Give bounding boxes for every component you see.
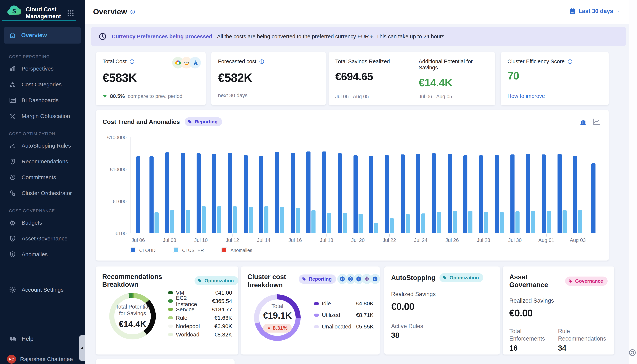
bar-cluster[interactable] — [154, 212, 158, 233]
chart-bar-group[interactable] — [460, 137, 476, 233]
bar-cloud[interactable] — [338, 153, 342, 233]
bar-cloud[interactable] — [400, 154, 405, 233]
chart-bar-group[interactable] — [209, 137, 224, 233]
sidebar-item-perspectives[interactable]: Perspectives — [0, 61, 85, 76]
bar-cloud[interactable] — [558, 154, 562, 233]
sidebar-item-cluster-orchestrator[interactable]: Cluster Orchestrator — [0, 185, 85, 201]
module-grid-icon[interactable] — [66, 9, 75, 18]
bar-cluster[interactable] — [249, 207, 253, 233]
sidebar-item-recommendations[interactable]: Recommendations — [0, 154, 85, 169]
bar-cluster[interactable] — [578, 210, 582, 233]
legend-row-rule[interactable]: Rule€1.63K — [168, 314, 232, 322]
sidebar-item-account-settings[interactable]: Account Settings — [0, 282, 85, 298]
bar-cloud[interactable] — [306, 152, 310, 233]
bar-cloud[interactable] — [354, 155, 358, 233]
bar-cluster[interactable] — [233, 206, 237, 233]
bar-cloud[interactable] — [526, 154, 530, 233]
chart-bar-group[interactable] — [319, 137, 334, 233]
cost-trend-bar-chart[interactable] — [130, 137, 601, 233]
bar-cloud[interactable] — [432, 153, 436, 233]
how-to-improve-link[interactable]: How to improve — [508, 93, 545, 99]
bar-cluster[interactable] — [390, 218, 394, 233]
bar-cloud[interactable] — [212, 154, 216, 233]
bar-cloud[interactable] — [322, 152, 326, 233]
bar-cloud[interactable] — [165, 152, 169, 233]
sidebar-item-overview[interactable]: Overview — [4, 27, 81, 44]
sidebar-item-bi-dashboards[interactable]: BI Dashboards — [0, 92, 85, 108]
legend-row-nodepool[interactable]: Nodepool€3.90K — [168, 322, 232, 330]
chart-bar-group[interactable] — [272, 137, 288, 233]
chart-bar-group[interactable] — [397, 137, 413, 233]
chart-bar-group[interactable] — [178, 137, 193, 233]
chart-bar-group[interactable] — [444, 137, 460, 233]
bar-cluster[interactable] — [327, 213, 331, 233]
sidebar-item-asset-governance[interactable]: $Asset Governance — [0, 230, 85, 246]
chart-bar-group[interactable] — [334, 137, 350, 233]
bar-cluster[interactable] — [374, 223, 378, 233]
bar-cloud[interactable] — [385, 155, 389, 233]
bar-cluster[interactable] — [296, 208, 300, 233]
bar-cluster[interactable] — [437, 212, 441, 233]
bar-cluster[interactable] — [468, 211, 472, 233]
bar-cluster[interactable] — [186, 210, 190, 233]
bar-cluster[interactable] — [312, 210, 316, 233]
info-icon[interactable] — [567, 59, 573, 64]
chart-bar-group[interactable] — [146, 137, 162, 233]
legend-row-unallocated[interactable]: Unallocated€5.55K — [314, 321, 374, 332]
chart-bar-group[interactable] — [492, 137, 507, 233]
user-menu[interactable]: RC Rajarshee Chatterjee — [7, 355, 73, 364]
bar-cloud[interactable] — [259, 156, 264, 233]
sidebar-collapse-handle[interactable]: ◀ — [79, 335, 85, 361]
legend-row-workload[interactable]: Workload€8.32K — [168, 330, 232, 339]
bar-cluster[interactable] — [562, 210, 567, 233]
chart-bar-group[interactable] — [193, 137, 209, 233]
bar-cloud[interactable] — [592, 164, 596, 233]
legend-row-idle[interactable]: Idle€4.80K — [314, 298, 374, 309]
bar-cluster[interactable] — [453, 211, 457, 233]
bar-cluster[interactable] — [516, 212, 520, 233]
chart-bar-group[interactable] — [382, 137, 397, 233]
bar-cluster[interactable] — [547, 211, 551, 233]
chart-bar-group[interactable] — [225, 137, 240, 233]
bar-cloud[interactable] — [416, 154, 420, 233]
bar-cluster[interactable] — [343, 213, 347, 233]
info-icon[interactable] — [129, 59, 135, 64]
bar-cloud[interactable] — [228, 153, 232, 233]
chart-bar-group[interactable] — [586, 137, 601, 233]
bar-cloud[interactable] — [510, 154, 514, 233]
sidebar-item-help[interactable]: ? Help — [9, 335, 34, 343]
bar-cluster[interactable] — [202, 206, 206, 233]
sidebar-item-autostopping-rules[interactable]: AutoStopping Rules — [0, 138, 85, 154]
chart-bar-group[interactable] — [256, 137, 272, 233]
bar-cluster[interactable] — [421, 214, 425, 233]
info-icon[interactable] — [130, 9, 136, 15]
bar-cluster[interactable] — [484, 212, 488, 233]
date-range-selector[interactable]: Last 30 days — [569, 8, 620, 14]
recommendations-donut-chart[interactable]: Total Potential for Savings €14.4K — [109, 293, 156, 340]
bar-cluster[interactable] — [264, 206, 268, 233]
chart-bar-group[interactable] — [130, 137, 146, 233]
bar-cloud[interactable] — [275, 152, 279, 233]
legend-item-anomalies[interactable]: Anomalies — [222, 248, 252, 253]
bar-cloud[interactable] — [291, 153, 295, 233]
cluster-cost-donut-chart[interactable]: Total €19.1K 8.31% — [254, 294, 301, 341]
bar-cloud[interactable] — [181, 153, 185, 233]
bar-cluster[interactable] — [217, 206, 221, 233]
bar-cluster[interactable] — [531, 211, 535, 233]
bar-cloud[interactable] — [494, 155, 499, 233]
chart-bar-group[interactable] — [429, 137, 444, 233]
sidebar-item-commitments[interactable]: Commitments — [0, 169, 85, 185]
chart-bar-group[interactable] — [350, 137, 366, 233]
info-icon[interactable] — [259, 59, 264, 64]
bar-cloud[interactable] — [150, 156, 154, 233]
bar-cloud[interactable] — [479, 156, 483, 233]
bar-cloud[interactable] — [542, 154, 546, 233]
bar-cluster[interactable] — [280, 207, 284, 233]
bar-cloud[interactable] — [136, 156, 140, 233]
bar-cloud[interactable] — [463, 156, 468, 233]
bar-chart-toggle-icon[interactable] — [579, 118, 588, 126]
legend-row-utilized[interactable]: Utilized€8.71K — [314, 309, 374, 321]
support-lifebuoy-icon[interactable] — [628, 348, 637, 357]
chart-bar-group[interactable] — [476, 137, 492, 233]
legend-item-cluster[interactable]: CLUSTER — [173, 248, 204, 253]
